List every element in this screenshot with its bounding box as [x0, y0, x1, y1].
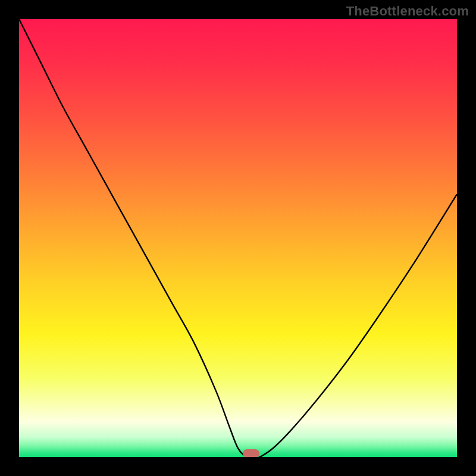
optimum-marker: [243, 449, 259, 457]
plot-area: [19, 19, 457, 457]
curve-layer: [19, 19, 457, 457]
watermark-text: TheBottleneck.com: [346, 4, 469, 19]
chart-frame: { "watermark": "TheBottleneck.com", "col…: [0, 0, 476, 476]
bottleneck-curve: [19, 19, 457, 457]
